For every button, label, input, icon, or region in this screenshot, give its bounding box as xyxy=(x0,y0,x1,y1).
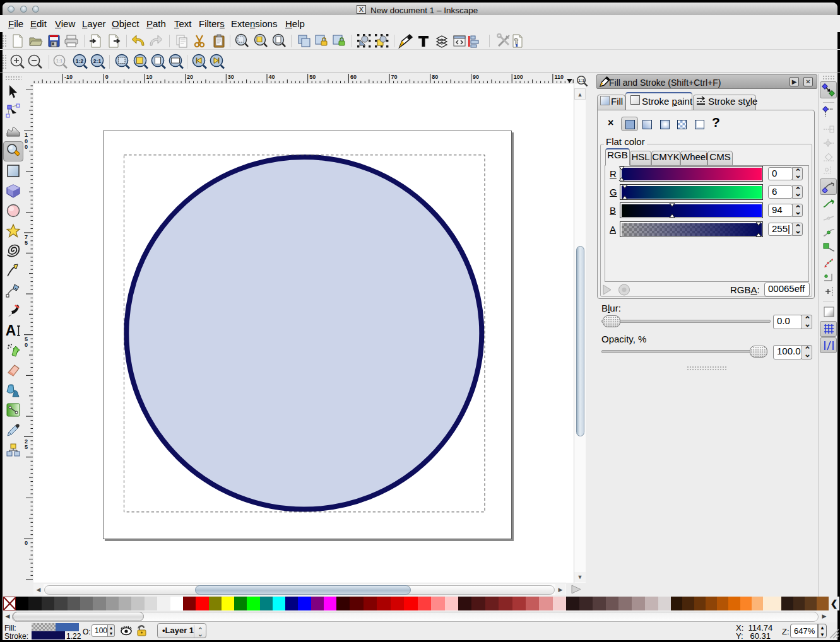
svg-text:5: 5 xyxy=(25,444,28,450)
svg-text:A: A xyxy=(6,323,16,338)
svg-text:0: 0 xyxy=(25,540,28,546)
svg-text:110: 110 xyxy=(554,74,564,80)
svg-text:1:1: 1:1 xyxy=(56,58,62,64)
svg-text:30: 30 xyxy=(228,74,234,80)
svg-text:2:1: 2:1 xyxy=(93,58,102,64)
svg-text:10: 10 xyxy=(146,74,152,80)
svg-text:20: 20 xyxy=(187,74,193,80)
svg-text:90: 90 xyxy=(473,74,479,80)
svg-text:5: 5 xyxy=(25,336,28,342)
svg-text:2: 2 xyxy=(25,438,28,445)
svg-text:0: 0 xyxy=(25,342,28,348)
svg-text:0: 0 xyxy=(105,74,109,80)
svg-text:5: 5 xyxy=(25,240,28,246)
svg-text:100: 100 xyxy=(514,74,523,80)
svg-text:70: 70 xyxy=(391,74,398,80)
svg-text:50: 50 xyxy=(309,74,316,80)
svg-text:1: 1 xyxy=(25,132,28,138)
svg-text:60: 60 xyxy=(350,74,357,80)
svg-text:1:2: 1:2 xyxy=(76,58,84,64)
svg-text:1:1: 1:1 xyxy=(578,78,584,83)
svg-text:0: 0 xyxy=(25,138,28,144)
svg-text:40: 40 xyxy=(269,74,275,80)
svg-text:0: 0 xyxy=(25,144,28,150)
svg-text:-10: -10 xyxy=(64,74,73,80)
svg-text:80: 80 xyxy=(432,74,438,80)
svg-text:7: 7 xyxy=(25,234,28,240)
